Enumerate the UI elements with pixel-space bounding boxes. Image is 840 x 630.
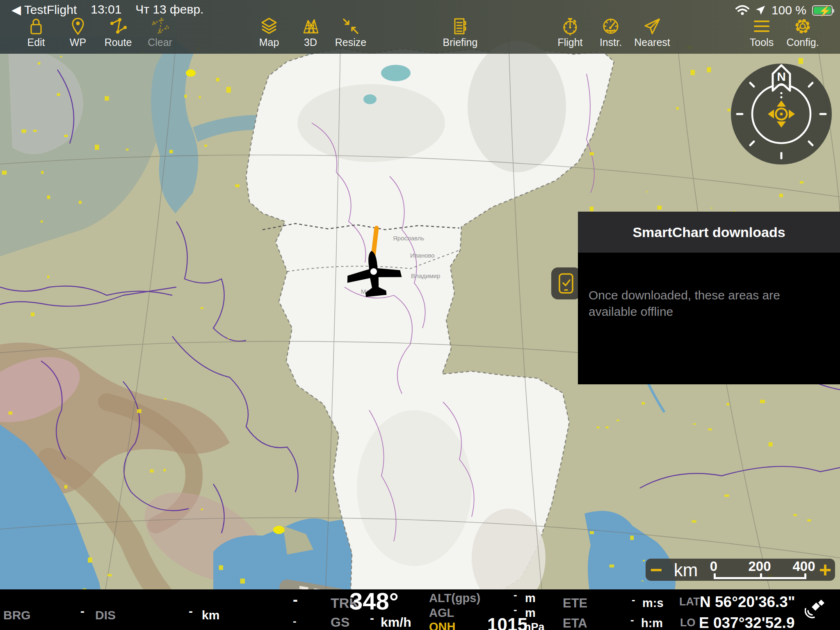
waypoint-pin-icon: [68, 16, 88, 36]
scale-ruler: [714, 573, 806, 579]
qnh-unit: hPa: [524, 622, 545, 630]
alt-label: ALT(gps): [429, 592, 480, 604]
agl-value: -: [514, 604, 517, 615]
eta-label: ETA: [563, 617, 587, 630]
toolbar-config-button[interactable]: Config.: [776, 16, 829, 48]
smartchart-panel-header: SmartChart downloads: [578, 212, 840, 253]
toolbar-clear-button[interactable]: Clear: [133, 16, 187, 48]
briefing-document-icon: [450, 16, 470, 36]
scale-tick-200: 200: [748, 559, 771, 574]
lat-label: LAT: [679, 596, 700, 607]
resize-arrows-icon: [341, 16, 361, 36]
agl-label: AGL: [429, 607, 454, 619]
terrain-3d-icon: [301, 16, 320, 36]
stopwatch-icon: [560, 16, 580, 36]
map-scale-bar: − km 0 200 400 +: [646, 559, 835, 581]
toolbar-label: WP: [70, 37, 86, 48]
gs-label: GS: [331, 616, 349, 629]
map-label-vladimir: Владимир: [411, 272, 440, 279]
toolbar-label: Flight: [557, 37, 582, 48]
top-toolbar: ◀ TestFlight 13:01 Чт 13 февр. 100 % ⚡: [0, 0, 840, 54]
nearest-arrow-icon: [642, 16, 662, 36]
app-screen: Москва Ярославль Иваново Владимир ◀ Test…: [0, 0, 840, 630]
smartchart-panel: SmartChart downloads Once downloaded, th…: [578, 212, 840, 384]
battery-icon: ⚡: [812, 5, 833, 16]
nav-data-bar: BRG - DIS - km - - TRK 348° GS - km/h AL…: [0, 589, 840, 630]
clear-route-icon: [150, 16, 170, 36]
ete-value: -: [632, 594, 635, 605]
toolbar-label: 3D: [304, 37, 317, 48]
brg-value: -: [80, 605, 84, 617]
toolbar-label: Route: [105, 37, 132, 48]
status-date: Чт 13 февр.: [135, 2, 203, 17]
gauge-icon: [601, 16, 621, 36]
battery-percent: 100 %: [772, 3, 806, 17]
map-city-large: [186, 69, 196, 77]
lo-label: LO: [680, 617, 696, 628]
map-relief: [357, 410, 472, 566]
route-icon: [108, 16, 128, 36]
toolbar-label: Resize: [335, 37, 366, 48]
lat-value: N 56°20'36.3": [700, 594, 795, 609]
back-to-app-button[interactable]: ◀ TestFlight: [11, 2, 77, 17]
ete-label: ETE: [563, 597, 587, 609]
spare-value-top: -: [293, 592, 298, 607]
brg-label: BRG: [3, 609, 31, 621]
lock-icon: [26, 16, 46, 36]
map-relief: [468, 41, 566, 172]
toolbar-label: Briefing: [443, 37, 478, 48]
status-time: 13:01: [91, 2, 121, 17]
toolbar-resize-button[interactable]: Resize: [324, 16, 377, 48]
lo-value: E 037°32'52.9: [699, 615, 794, 630]
map-label-yaroslavl: Ярославль: [393, 235, 424, 242]
toolbar-label: Clear: [148, 37, 172, 48]
compass-widget[interactable]: N: [730, 63, 833, 165]
scale-tick-400: 400: [792, 559, 815, 574]
scale-unit: km: [674, 560, 698, 580]
eta-value: -: [630, 614, 634, 625]
toolbar-label: Instr.: [600, 37, 622, 48]
gs-unit: km/h: [381, 616, 411, 629]
gs-value: -: [370, 612, 374, 624]
qnh-value: 1015: [487, 616, 527, 630]
svg-text:N: N: [777, 70, 786, 83]
map-lake: [363, 94, 377, 104]
smartchart-panel-body-text: Once downloaded, these areas are availab…: [578, 253, 840, 320]
smartchart-panel-title: SmartChart downloads: [632, 224, 785, 240]
toolbar-nearest-button[interactable]: Nearest: [625, 16, 679, 48]
trk-value: 348°: [349, 589, 399, 613]
qnh-label[interactable]: QNH: [429, 621, 455, 630]
scale-tick-0: 0: [710, 559, 717, 574]
gear-icon: [793, 16, 813, 36]
map-lake: [381, 65, 411, 81]
status-bar: ◀ TestFlight 13:01 Чт 13 февр. 100 % ⚡: [0, 2, 840, 17]
eta-unit: h:m: [641, 617, 663, 629]
dis-label: DIS: [95, 609, 116, 621]
map-label-ivanovo: Иваново: [410, 252, 435, 259]
hamburger-menu-icon: [752, 16, 772, 36]
alt-unit: m: [525, 592, 536, 604]
toolbar-briefing-button[interactable]: Briefing: [434, 16, 487, 48]
wifi-icon: [735, 5, 749, 16]
toolbar-label: Map: [259, 37, 279, 48]
toolbar-label: Nearest: [634, 37, 670, 48]
dis-value: -: [189, 605, 193, 617]
layers-icon: [259, 16, 279, 36]
download-check-icon: [556, 272, 576, 295]
spare-value-bottom: -: [293, 616, 297, 626]
alt-value: -: [514, 589, 517, 600]
gps-satellite-icon[interactable]: [805, 597, 828, 620]
smartchart-tab-handle[interactable]: [551, 267, 581, 299]
map-city-large: [273, 526, 285, 534]
toolbar-label: Edit: [27, 37, 45, 48]
toolbar-label: Config.: [786, 37, 819, 48]
ete-unit: m:s: [642, 597, 664, 609]
dis-unit: km: [202, 609, 219, 621]
location-arrow-icon: [755, 5, 766, 16]
toolbar-label: Tools: [750, 37, 774, 48]
